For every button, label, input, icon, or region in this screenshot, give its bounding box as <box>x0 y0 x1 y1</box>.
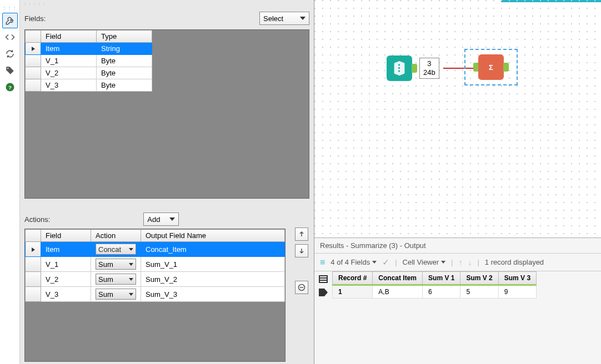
fields-grid[interactable]: Field Type Item String V_1 Byte <box>24 29 309 199</box>
result-row[interactable]: 1 A,B 6 5 9 <box>333 285 537 299</box>
col-concat-item[interactable]: Concat Item <box>373 272 423 285</box>
chevron-down-icon <box>129 263 133 266</box>
reorder-buttons <box>295 228 308 294</box>
col-action[interactable]: Action <box>91 230 141 242</box>
actions-label: Actions: <box>24 215 50 224</box>
col-type[interactable]: Type <box>97 31 152 43</box>
results-toolbar: ≡ 4 of 4 Fields ✓ | Cell Viewer | ↑ ↓ | … <box>314 254 601 271</box>
svg-rect-6 <box>398 67 400 69</box>
wrench-icon[interactable] <box>2 13 18 28</box>
svg-text:?: ? <box>8 84 12 90</box>
action-row[interactable]: V_3 Sum Sum_V_3 <box>26 287 285 302</box>
sort-down-icon[interactable]: ↓ <box>468 258 472 267</box>
list-icon[interactable]: ≡ <box>320 257 325 267</box>
left-toolbar: ⋮⋮⋮ ? <box>0 0 20 364</box>
chevron-down-icon <box>300 17 305 20</box>
record-count-label: 1 record displayed <box>485 258 544 266</box>
action-dropdown[interactable]: Sum <box>96 289 136 300</box>
panel-drag-handle[interactable]: : : : : : <box>20 0 314 7</box>
svg-point-0 <box>7 68 8 69</box>
actions-grid[interactable]: Field Action Output Field Name Item Conc… <box>24 229 286 362</box>
sort-up-icon[interactable]: ↑ <box>458 258 462 267</box>
text-input-icon <box>387 55 412 81</box>
chevron-down-icon <box>169 218 175 221</box>
results-side-icons <box>314 271 332 298</box>
fields-section: Fields: Select Field Type Item Strin <box>20 7 314 199</box>
row-indicator-icon <box>32 47 35 51</box>
canvas-grid <box>314 0 601 237</box>
code-icon[interactable] <box>2 29 18 45</box>
fields-label: Fields: <box>24 14 46 23</box>
field-row[interactable]: V_3 Byte <box>26 79 152 92</box>
select-dropdown[interactable]: Select <box>259 12 309 25</box>
record-count-badge: 3 24b <box>419 58 439 78</box>
results-panel: Results - Summarize (3) - Output ≡ 4 of … <box>314 237 601 364</box>
col-field[interactable]: Field <box>41 230 91 242</box>
field-row[interactable]: V_1 Byte <box>26 55 152 67</box>
col-field[interactable]: Field <box>41 31 97 43</box>
move-up-button[interactable] <box>295 228 308 241</box>
metadata-icon[interactable] <box>317 274 329 285</box>
actions-section: Actions: Add Field Action Output Field N… <box>20 210 314 362</box>
col-sum-v3[interactable]: Sum V 3 <box>498 272 536 285</box>
action-row[interactable]: V_2 Sum Sum_V_2 <box>26 272 285 287</box>
svg-rect-5 <box>398 64 400 66</box>
svg-rect-7 <box>398 70 400 72</box>
results-table[interactable]: Record # Concat Item Sum V 1 Sum V 2 Sum… <box>332 271 601 299</box>
summarize-icon: Σ <box>478 54 504 80</box>
chevron-down-icon <box>372 261 377 264</box>
results-title: Results - Summarize (3) - Output <box>314 238 601 254</box>
workflow-canvas[interactable]: 3 24b Σ <box>314 0 601 237</box>
config-panel: : : : : : Fields: Select Field Type <box>20 0 314 364</box>
svg-rect-10 <box>320 279 327 280</box>
action-row[interactable]: Item Concat Concat_Item <box>26 242 285 257</box>
col-output[interactable]: Output Field Name <box>141 230 285 242</box>
field-row[interactable]: Item String <box>26 43 152 55</box>
col-record[interactable]: Record # <box>333 272 373 285</box>
chevron-down-icon <box>129 278 133 281</box>
help-icon[interactable]: ? <box>2 79 18 95</box>
fields-dropdown[interactable]: 4 of 4 Fields <box>330 258 377 266</box>
check-icon[interactable]: ✓ <box>382 257 389 267</box>
move-down-button[interactable] <box>295 244 308 257</box>
row-indicator-icon <box>32 247 35 252</box>
col-sum-v1[interactable]: Sum V 1 <box>423 272 460 285</box>
chevron-down-icon <box>129 248 133 251</box>
drag-handle[interactable]: ⋮⋮⋮ <box>0 6 19 11</box>
action-dropdown[interactable]: Sum <box>96 259 136 270</box>
field-row[interactable]: V_2 Byte <box>26 67 152 79</box>
action-dropdown[interactable]: Sum <box>96 274 136 285</box>
action-dropdown[interactable]: Concat <box>96 244 136 255</box>
svg-rect-11 <box>320 281 327 282</box>
svg-rect-9 <box>320 276 327 277</box>
output-anchor[interactable] <box>503 63 509 72</box>
selected-tool-highlight: Σ <box>464 49 518 85</box>
remove-button[interactable] <box>295 281 308 294</box>
action-row[interactable]: V_1 Sum Sum_V_1 <box>26 257 285 272</box>
chevron-down-icon <box>441 261 445 264</box>
data-tag-icon[interactable] <box>317 287 329 298</box>
text-input-tool[interactable]: 3 24b <box>387 55 439 81</box>
summarize-tool[interactable]: Σ <box>464 49 518 85</box>
refresh-icon[interactable] <box>2 46 18 62</box>
cell-viewer-dropdown[interactable]: Cell Viewer <box>403 258 446 266</box>
chevron-down-icon <box>129 293 133 296</box>
output-anchor[interactable] <box>412 64 417 73</box>
col-sum-v2[interactable]: Sum V 2 <box>460 272 498 285</box>
tag-icon[interactable] <box>2 63 18 78</box>
add-dropdown[interactable]: Add <box>143 213 179 226</box>
